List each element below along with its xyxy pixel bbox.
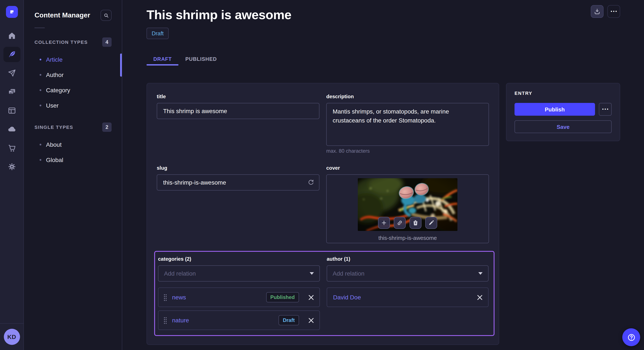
categories-field-label: categories (2) <box>158 256 320 262</box>
download-icon <box>594 8 600 15</box>
cover-delete-button[interactable] <box>410 217 422 229</box>
pencil-icon <box>428 219 435 226</box>
app-window: KD Content Manager COLLECTION TYPES 4 Ar… <box>0 0 644 350</box>
slug-field: slug <box>157 165 320 243</box>
nav-marketplace-button[interactable] <box>3 140 20 156</box>
collection-types-section: COLLECTION TYPES 4 Article Author Catego… <box>24 37 122 113</box>
cover-copy-link-button[interactable] <box>394 217 406 229</box>
description-field-label: description <box>326 94 489 100</box>
close-icon <box>308 295 314 300</box>
cover-caption: this-shrimp-is-awesome <box>378 235 437 241</box>
cart-icon <box>8 144 16 152</box>
remove-relation-button[interactable] <box>308 295 314 300</box>
cover-field-label: cover <box>326 165 489 172</box>
single-types-count-badge: 2 <box>102 123 112 132</box>
remove-relation-button[interactable] <box>477 295 482 300</box>
bullet-icon <box>40 159 41 161</box>
relation-link[interactable]: news <box>172 294 262 301</box>
strapi-logo[interactable] <box>6 6 18 18</box>
subnav-item-author[interactable]: Author <box>24 67 122 82</box>
images-icon <box>8 88 16 96</box>
rail-footer: KD <box>0 323 24 350</box>
main-nav-items <box>3 28 20 174</box>
section-label: COLLECTION TYPES <box>34 39 88 45</box>
cloud-icon <box>8 125 16 134</box>
nav-content-manager-button[interactable] <box>3 47 20 62</box>
description-hint: max. 80 characters <box>326 148 489 154</box>
cover-edit-button[interactable] <box>425 217 437 229</box>
search-button[interactable] <box>100 10 112 21</box>
entry-more-button[interactable]: ••• <box>599 103 612 116</box>
nav-deploy-button[interactable] <box>3 122 20 137</box>
gear-icon <box>8 163 16 171</box>
relations-highlight-box: categories (2) Add relation news Publish… <box>154 251 494 336</box>
relation-link[interactable]: nature <box>172 317 274 324</box>
relation-row-nature: nature Draft <box>158 311 320 330</box>
author-field: author (1) Add relation David Doe <box>327 256 488 330</box>
nav-content-type-builder-button[interactable] <box>3 103 20 118</box>
description-textarea[interactable]: Mantis shrimps, or stomatopods, are mari… <box>326 103 489 146</box>
cover-image <box>358 178 458 231</box>
page-title: This shrimp is awesome <box>146 7 620 22</box>
trash-icon <box>412 219 419 226</box>
plus-icon <box>380 219 388 226</box>
version-tabs: DRAFT PUBLISHED <box>146 52 620 65</box>
edit-form-card: title description Mantis shrimps, or sto… <box>146 83 499 345</box>
subnav-item-about[interactable]: About <box>24 137 122 152</box>
help-button[interactable] <box>622 328 640 346</box>
subnav-scrollbar-thumb[interactable] <box>120 54 122 77</box>
bullet-icon <box>40 144 41 146</box>
user-avatar[interactable]: KD <box>4 329 20 345</box>
nav-media-library-button[interactable] <box>3 84 20 100</box>
nav-home-button[interactable] <box>3 28 20 43</box>
single-types-section: SINGLE TYPES 2 About Global <box>24 123 122 168</box>
categories-add-relation-select[interactable]: Add relation <box>158 265 320 282</box>
cover-add-button[interactable] <box>378 217 390 229</box>
remove-relation-button[interactable] <box>308 318 314 323</box>
entry-panel-label: ENTRY <box>514 91 612 96</box>
subnav-title: Content Manager <box>34 10 90 20</box>
subnav-divider <box>34 28 45 28</box>
download-button[interactable] <box>591 5 604 18</box>
subnav-item-global[interactable]: Global <box>24 152 122 168</box>
drag-handle-icon[interactable] <box>164 294 167 301</box>
cover-field: cover <box>326 165 489 243</box>
close-icon <box>308 318 314 323</box>
save-button[interactable]: Save <box>514 120 612 133</box>
paper-plane-icon <box>8 69 16 77</box>
subnav-item-user[interactable]: User <box>24 98 122 113</box>
section-label: SINGLE TYPES <box>34 125 73 130</box>
title-input[interactable] <box>157 103 320 119</box>
page-more-button[interactable]: ••• <box>607 5 620 18</box>
cover-box: this-shrimp-is-awesome <box>326 174 489 243</box>
strapi-logo-icon <box>8 8 15 15</box>
title-field: title <box>157 94 320 154</box>
subnav-item-category[interactable]: Category <box>24 82 122 98</box>
relation-status-badge: Published <box>266 292 299 302</box>
ellipsis-icon: ••• <box>610 9 618 14</box>
drag-handle-icon[interactable] <box>164 317 167 324</box>
refresh-icon <box>307 179 314 186</box>
question-mark-icon <box>627 333 636 342</box>
slug-input[interactable] <box>157 174 320 190</box>
home-icon <box>8 31 16 40</box>
relation-link[interactable]: David Doe <box>333 294 468 301</box>
author-add-relation-select[interactable]: Add relation <box>327 265 488 282</box>
nav-releases-button[interactable] <box>3 65 20 81</box>
layout-icon <box>8 106 16 115</box>
close-icon <box>477 295 482 300</box>
publish-button[interactable]: Publish <box>514 103 595 116</box>
nav-settings-button[interactable] <box>3 159 20 174</box>
main-content: ••• This shrimp is awesome Draft DRAFT P… <box>122 0 644 350</box>
relation-status-badge: Draft <box>278 315 299 325</box>
main-nav-rail: KD <box>0 0 24 350</box>
bullet-icon <box>40 74 41 76</box>
chevron-down-icon <box>310 272 314 275</box>
ellipsis-icon: ••• <box>601 107 609 111</box>
regenerate-slug-button[interactable] <box>307 178 314 186</box>
tab-published[interactable]: PUBLISHED <box>178 52 224 65</box>
bullet-icon <box>40 59 41 60</box>
author-field-label: author (1) <box>327 256 488 262</box>
tab-draft[interactable]: DRAFT <box>146 52 178 65</box>
subnav-item-article[interactable]: Article <box>24 52 122 67</box>
